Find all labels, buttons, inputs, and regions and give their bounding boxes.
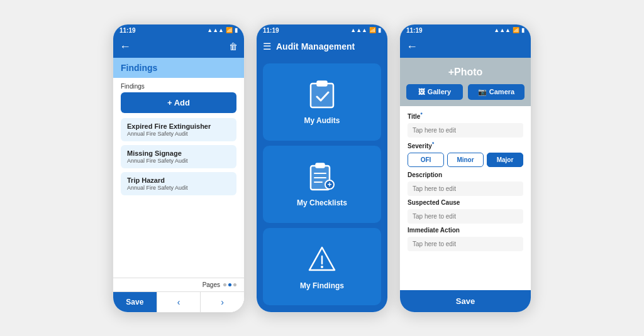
audit-card-findings-label: My Findings: [300, 281, 344, 290]
svg-rect-1: [317, 81, 327, 86]
title-input[interactable]: [408, 123, 523, 138]
camera-button[interactable]: 📷 Camera: [468, 84, 525, 100]
photo-placeholder-text: +Photo: [448, 67, 483, 78]
battery-icon: ▮: [235, 27, 238, 33]
gallery-icon: 🖼: [418, 88, 425, 95]
findings-title-bar: Findings: [113, 58, 244, 78]
prev-button[interactable]: ‹: [157, 292, 201, 312]
screen1-footer: Pages Save ‹ ›: [113, 278, 244, 312]
finding-item-3[interactable]: Trip Hazard Annual Fire Safety Audit: [121, 172, 236, 195]
wifi-icon: 📶: [513, 27, 519, 33]
pages-bar: Pages: [113, 278, 244, 291]
audit-card-audits-label: My Audits: [304, 116, 340, 125]
audit-card-findings[interactable]: My Findings: [263, 228, 381, 305]
major-button[interactable]: Major: [487, 153, 523, 167]
dot-1: [223, 283, 226, 286]
suspected-cause-input[interactable]: [408, 209, 523, 224]
immediate-action-label: Immediate Action: [408, 227, 523, 234]
wifi-icon: 📶: [226, 27, 233, 33]
finding-item-1[interactable]: Expired Fire Extinguisher Annual Fire Sa…: [121, 118, 236, 141]
severity-buttons: OFI Minor Major: [408, 153, 523, 167]
finding-sub-1: Annual Fire Safety Audit: [127, 131, 230, 137]
audit-card-audits[interactable]: My Audits: [263, 63, 381, 141]
back-arrow-icon[interactable]: ←: [119, 40, 131, 53]
dot-3: [233, 283, 236, 286]
gallery-label: Gallery: [428, 88, 451, 95]
immediate-action-input[interactable]: [408, 237, 523, 251]
screen2-status-icons: ▲▲▲ 📶 ▮: [350, 27, 381, 33]
dot-2: [228, 283, 231, 286]
wifi-icon: 📶: [369, 27, 376, 33]
finding-item-2[interactable]: Missing Signage Annual Fire Safety Audit: [121, 145, 236, 168]
findings-icon: [308, 245, 336, 278]
battery-icon: ▮: [521, 27, 525, 33]
audits-icon: [308, 80, 336, 113]
audit-card-checklists-label: My Checklists: [297, 198, 347, 207]
screen1-status-icons: ▲▲▲ 📶 ▮: [207, 27, 238, 33]
pages-dots: [223, 283, 236, 286]
photo-area: +Photo: [400, 58, 531, 84]
audit-card-checklists[interactable]: + My Checklists: [263, 146, 381, 223]
svg-rect-3: [316, 163, 325, 168]
camera-label: Camera: [489, 88, 514, 95]
finding-sub-3: Annual Fire Safety Audit: [127, 185, 230, 191]
svg-text:+: +: [327, 180, 331, 189]
description-label: Description: [408, 171, 523, 178]
findings-list: Expired Fire Extinguisher Annual Fire Sa…: [113, 118, 244, 278]
title-label: Title*: [408, 111, 523, 120]
screen3-status-icons: ▲▲▲ 📶 ▮: [494, 27, 525, 33]
finding-name-2: Missing Signage: [127, 149, 230, 157]
pages-label: Pages: [203, 281, 220, 288]
screen1-time: 11:19: [119, 27, 136, 34]
findings-section-label: Findings: [113, 78, 244, 92]
suspected-cause-label: Suspected Cause: [408, 199, 523, 206]
finding-name-3: Trip Hazard: [127, 176, 230, 184]
screen2-phone: 11:19 ▲▲▲ 📶 ▮ ☰ Audit Management: [256, 24, 388, 313]
svg-rect-0: [311, 84, 333, 107]
screen3-status-bar: 11:19 ▲▲▲ 📶 ▮: [400, 24, 531, 36]
screen1-header: ← 🗑: [113, 36, 244, 58]
minor-button[interactable]: Minor: [447, 153, 484, 167]
finding-sub-2: Annual Fire Safety Audit: [127, 158, 230, 164]
battery-icon: ▮: [378, 27, 381, 33]
screen1-phone: 11:19 ▲▲▲ 📶 ▮ ← 🗑 Findings Findings + Ad…: [113, 24, 245, 313]
description-input[interactable]: [408, 182, 523, 196]
screen3-time: 11:19: [406, 27, 423, 34]
screen2-time: 11:19: [263, 27, 279, 34]
screen3-header: ←: [400, 36, 531, 58]
screen2-title: Audit Management: [276, 41, 355, 51]
finding-name-1: Expired Fire Extinguisher: [127, 122, 230, 130]
screen1-status-bar: 11:19 ▲▲▲ 📶 ▮: [113, 24, 244, 36]
ofi-button[interactable]: OFI: [408, 153, 444, 167]
save-button[interactable]: Save: [113, 292, 157, 312]
screen3-back-icon[interactable]: ←: [406, 40, 418, 53]
screen2-header: ☰ Audit Management: [257, 36, 387, 57]
signal-icon: ▲▲▲: [207, 27, 224, 33]
screen3-save-button[interactable]: Save: [400, 290, 531, 312]
gallery-button[interactable]: 🖼 Gallery: [406, 84, 463, 100]
severity-label: Severity*: [408, 141, 523, 149]
screen3-phone: 11:19 ▲▲▲ 📶 ▮ ← +Photo 🖼 Gallery 📷 Camer…: [399, 24, 531, 313]
hamburger-icon[interactable]: ☰: [263, 41, 271, 52]
screen2-status-bar: 11:19 ▲▲▲ 📶 ▮: [257, 24, 387, 36]
audit-list: My Audits + My Checklists: [257, 57, 387, 312]
screens-container: 11:19 ▲▲▲ 📶 ▮ ← 🗑 Findings Findings + Ad…: [0, 0, 644, 336]
add-button[interactable]: + Add: [121, 92, 236, 113]
trash-icon[interactable]: 🗑: [229, 41, 238, 51]
photo-buttons: 🖼 Gallery 📷 Camera: [400, 84, 531, 106]
next-button[interactable]: ›: [200, 292, 244, 312]
form-area: Title* Severity* OFI Minor Major Descrip…: [400, 106, 531, 290]
nav-row: Save ‹ ›: [113, 291, 244, 312]
camera-icon: 📷: [478, 88, 487, 96]
findings-title: Findings: [121, 63, 157, 73]
signal-icon: ▲▲▲: [494, 27, 511, 33]
svg-point-11: [321, 266, 323, 268]
signal-icon: ▲▲▲: [350, 27, 367, 33]
checklists-icon: +: [308, 162, 336, 195]
